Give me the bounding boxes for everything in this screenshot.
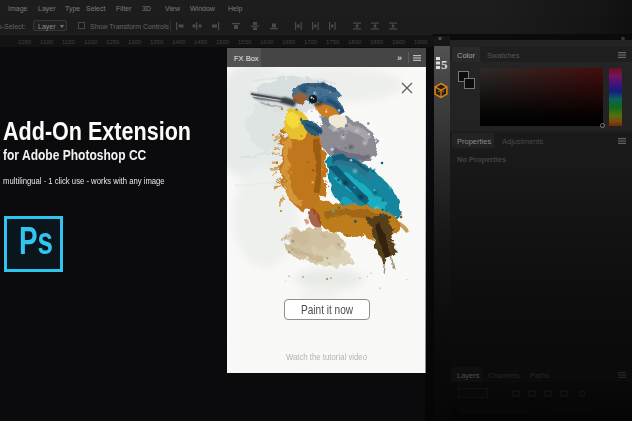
svg-text:5: 5 (441, 57, 448, 72)
